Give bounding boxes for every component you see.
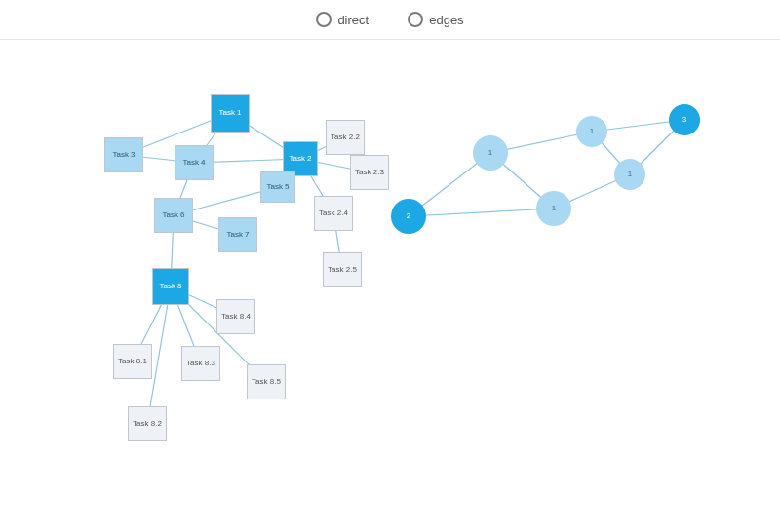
node-c3[interactable]: 1 <box>536 191 571 226</box>
graph-canvas[interactable]: Task 1Task 2Task 3Task 4Task 5Task 6Task… <box>0 40 780 532</box>
node-c4[interactable]: 1 <box>576 116 607 147</box>
node-t84[interactable]: Task 8.4 <box>216 299 255 334</box>
node-t81[interactable]: Task 8.1 <box>113 344 152 379</box>
radio-icon <box>408 12 423 27</box>
node-t85[interactable]: Task 8.5 <box>247 364 286 399</box>
node-t22[interactable]: Task 2.2 <box>326 120 365 155</box>
node-t4[interactable]: Task 4 <box>175 145 214 180</box>
node-t23[interactable]: Task 2.3 <box>350 155 389 190</box>
node-t1[interactable]: Task 1 <box>211 94 250 133</box>
node-t25[interactable]: Task 2.5 <box>323 252 362 287</box>
svg-line-20 <box>409 209 554 216</box>
edge-layer <box>0 40 780 532</box>
node-t5[interactable]: Task 5 <box>260 171 295 203</box>
radio-direct-label: direct <box>337 13 369 27</box>
node-t7[interactable]: Task 7 <box>218 217 257 252</box>
radio-edges[interactable]: edges <box>408 12 463 27</box>
node-t83[interactable]: Task 8.3 <box>181 346 220 381</box>
radio-icon <box>316 12 332 27</box>
radio-direct[interactable]: direct <box>316 12 369 27</box>
node-t8[interactable]: Task 8 <box>152 268 189 305</box>
node-t82[interactable]: Task 8.2 <box>128 406 167 441</box>
radio-edges-label: edges <box>429 13 463 27</box>
node-t6[interactable]: Task 6 <box>154 198 193 233</box>
node-c1[interactable]: 2 <box>391 199 426 234</box>
node-c5[interactable]: 1 <box>614 159 645 190</box>
node-c6[interactable]: 3 <box>669 104 700 135</box>
node-t3[interactable]: Task 3 <box>104 137 143 172</box>
toolbar: direct edges <box>0 0 780 40</box>
node-c2[interactable]: 1 <box>473 135 508 171</box>
node-t24[interactable]: Task 2.4 <box>314 196 353 231</box>
